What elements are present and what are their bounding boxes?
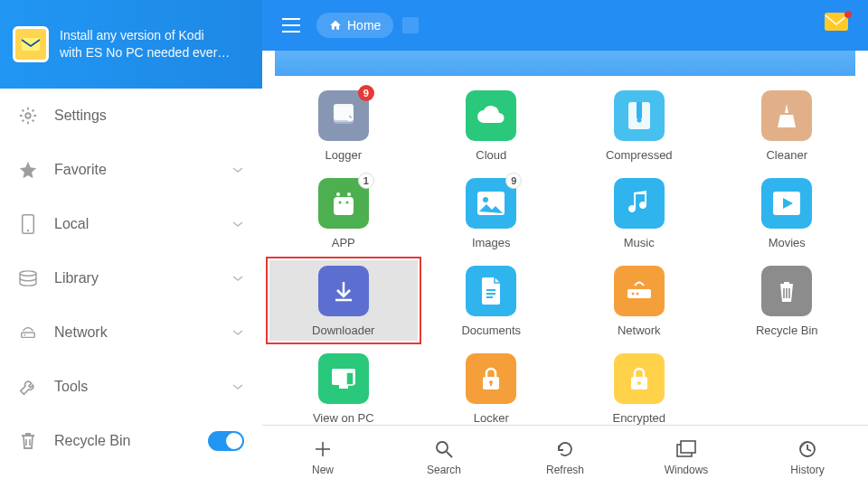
- windows-icon: [675, 438, 697, 460]
- tile-label: Encrypted: [612, 411, 665, 425]
- history-icon: [797, 438, 818, 460]
- sidebar-item-library[interactable]: Library: [0, 251, 262, 305]
- svg-point-1: [25, 113, 31, 118]
- breadcrumb-home[interactable]: Home: [316, 13, 393, 38]
- network-icon: [18, 323, 38, 343]
- toolbar-label: History: [790, 464, 824, 476]
- tile-recycle-bin[interactable]: Recycle Bin: [713, 260, 862, 341]
- svg-rect-5: [22, 333, 34, 337]
- sidebar-item-favorite[interactable]: Favorite: [0, 143, 262, 197]
- sidebar-item-network[interactable]: Network: [0, 305, 262, 360]
- library-icon: [18, 268, 38, 288]
- tile-view-on-pc[interactable]: View on PC: [269, 348, 418, 425]
- tile-network[interactable]: Network: [565, 260, 713, 341]
- home-icon: [329, 19, 342, 32]
- tile-cloud[interactable]: Cloud: [418, 85, 566, 165]
- tile-logger[interactable]: 9 Logger: [269, 85, 418, 165]
- tile-compressed[interactable]: Compressed: [565, 85, 713, 165]
- svg-point-4: [20, 271, 36, 276]
- tile-music[interactable]: Music: [565, 173, 713, 253]
- tile-label: Downloader: [312, 324, 374, 337]
- svg-rect-44: [346, 372, 354, 385]
- menu-button[interactable]: [275, 9, 307, 42]
- movies-icon: [761, 178, 812, 229]
- tile-app[interactable]: 1 APP: [269, 173, 418, 253]
- tile-documents[interactable]: Documents: [418, 260, 566, 341]
- toggle-switch[interactable]: [208, 431, 244, 451]
- sidebar-item-label: Network: [54, 324, 215, 341]
- svg-point-37: [631, 293, 634, 296]
- svg-rect-0: [22, 38, 40, 51]
- downloader-icon: [318, 266, 369, 316]
- tile-grid-wrap: 9 Logger Cloud Compressed Cleaner 1 APP …: [262, 76, 868, 425]
- new-icon: [312, 438, 334, 460]
- tile-label: Movies: [769, 236, 806, 249]
- breadcrumb-label: Home: [347, 18, 381, 33]
- mail-icon: [13, 26, 49, 62]
- tile-locker[interactable]: Locker: [418, 348, 566, 425]
- svg-point-25: [338, 202, 341, 204]
- compressed-icon: [614, 90, 665, 141]
- tile-grid: 9 Logger Cloud Compressed Cleaner 1 APP …: [269, 85, 861, 425]
- tile-cleaner[interactable]: Cleaner: [713, 85, 862, 165]
- sidebar-item-local[interactable]: Local: [0, 197, 262, 251]
- sidebar: Install any version of Kodi with ES No P…: [0, 0, 262, 488]
- tile-label: Logger: [326, 148, 362, 162]
- sidebar-item-settings[interactable]: Settings: [0, 89, 262, 143]
- notification-mail-icon[interactable]: [825, 13, 850, 38]
- badge: 9: [505, 173, 522, 189]
- chevron-down-icon: [231, 221, 244, 228]
- tile-label: Locker: [474, 411, 509, 425]
- svg-point-38: [636, 293, 638, 296]
- sidebar-item-label: Favorite: [54, 162, 215, 178]
- music-icon: [614, 178, 665, 229]
- favorite-icon: [18, 160, 38, 180]
- toolbar-search[interactable]: Search: [383, 426, 505, 488]
- logger-icon: 9: [318, 90, 369, 141]
- svg-point-6: [24, 334, 26, 336]
- tile-movies[interactable]: Movies: [713, 173, 862, 253]
- tile-label: Cloud: [476, 148, 506, 162]
- svg-point-23: [347, 192, 351, 196]
- search-icon: [433, 438, 455, 460]
- refresh-icon: [554, 438, 576, 460]
- sidebar-item-label: Tools: [54, 379, 215, 395]
- toolbar-label: Windows: [665, 464, 709, 476]
- sidebar-item-label: Recycle Bin: [54, 433, 192, 449]
- tile-label: Network: [618, 324, 661, 337]
- svg-point-3: [27, 230, 29, 231]
- tile-label: APP: [332, 236, 355, 249]
- promo-banner[interactable]: Install any version of Kodi with ES No P…: [0, 0, 262, 89]
- toolbar-windows[interactable]: Windows: [626, 426, 747, 488]
- toolbar-new[interactable]: New: [262, 426, 383, 488]
- toolbar-history[interactable]: History: [747, 426, 868, 488]
- tile-encrypted[interactable]: Encrypted: [565, 348, 713, 425]
- svg-point-26: [345, 202, 348, 204]
- sidebar-item-recycle-bin[interactable]: Recycle Bin: [0, 414, 262, 468]
- recycle-bin-icon: [18, 431, 38, 451]
- chevron-down-icon: [231, 383, 244, 390]
- chevron-down-icon: [231, 275, 244, 282]
- toolbar-label: Search: [427, 464, 461, 476]
- tile-label: Images: [472, 236, 511, 249]
- network-icon: [614, 266, 665, 316]
- tile-label: Compressed: [606, 148, 673, 162]
- main-area: Home 9 Logger Cloud Compressed Cleaner 1…: [262, 0, 868, 488]
- toolbar-refresh[interactable]: Refresh: [505, 426, 626, 488]
- sidebar-item-tools[interactable]: Tools: [0, 360, 262, 414]
- documents-icon: [466, 266, 516, 316]
- svg-point-21: [637, 118, 641, 123]
- breadcrumb-extra: [402, 17, 419, 33]
- svg-point-52: [437, 442, 448, 453]
- svg-point-28: [483, 197, 488, 202]
- app-icon: 1: [318, 178, 369, 229]
- tile-label: Cleaner: [766, 148, 807, 162]
- settings-icon: [18, 106, 38, 126]
- tile-downloader[interactable]: Downloader: [269, 260, 418, 341]
- tile-images[interactable]: 9 Images: [418, 173, 566, 253]
- sidebar-item-label: Local: [54, 216, 215, 232]
- badge: 1: [358, 173, 374, 189]
- address-bar: [275, 51, 855, 76]
- svg-line-53: [447, 452, 452, 457]
- svg-rect-55: [681, 441, 695, 453]
